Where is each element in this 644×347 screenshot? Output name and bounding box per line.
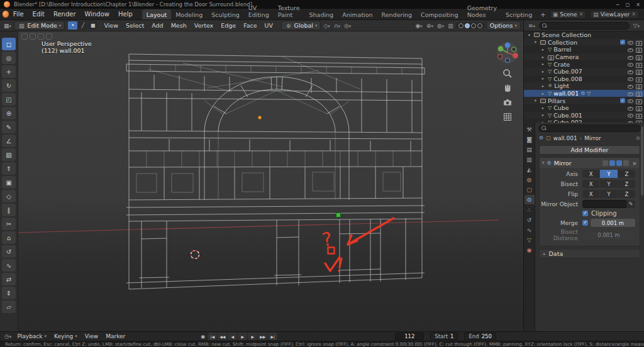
bevel-tool[interactable]: ◇: [2, 190, 16, 202]
solid-shading-button[interactable]: [465, 23, 470, 28]
smooth-tool[interactable]: ∿: [2, 259, 16, 272]
render-visibility-toggle[interactable]: [636, 69, 641, 74]
add-cube-tool[interactable]: ▧: [2, 148, 16, 161]
expand-icon[interactable]: ▸: [540, 84, 546, 89]
workspace-tab-rendering[interactable]: Rendering: [377, 9, 417, 19]
minimize-button[interactable]: ─: [616, 2, 619, 8]
spin-tool[interactable]: ↺: [2, 245, 16, 258]
hide-eye-toggle[interactable]: [628, 69, 633, 74]
render-visibility-toggle[interactable]: [636, 47, 641, 52]
outliner-row-crate[interactable]: ▸ ▽ Crate: [524, 60, 644, 68]
flip-x-toggle[interactable]: X: [582, 190, 599, 198]
outliner-row-barrel[interactable]: ▸ ▽ Barrel: [524, 46, 644, 53]
add-workspace-button[interactable]: +: [536, 10, 549, 19]
hide-eye-toggle[interactable]: [628, 84, 633, 89]
modifier-panel-header[interactable]: ▾ ⚙ Mirror ×: [540, 158, 640, 168]
shrink-fatten-tool[interactable]: ⇕: [2, 287, 16, 299]
render-visibility-toggle[interactable]: [636, 98, 641, 103]
play-button[interactable]: ▶: [238, 333, 247, 340]
menu-mesh[interactable]: Mesh: [168, 21, 190, 30]
loop-cut-tool[interactable]: ∥: [2, 204, 16, 216]
current-frame-field[interactable]: 112: [395, 333, 424, 340]
menu-edge[interactable]: Edge: [218, 21, 239, 30]
camera-view-button[interactable]: [502, 97, 513, 107]
playback-menu[interactable]: Playback▾: [14, 333, 50, 340]
render-visibility-toggle[interactable]: [636, 84, 641, 89]
wireframe-shading-button[interactable]: [458, 23, 464, 28]
expand-icon[interactable]: ▸: [540, 55, 546, 60]
editor-type-icon[interactable]: ▦▾: [3, 23, 13, 29]
pivot-point-dropdown[interactable]: ◇▾: [322, 23, 331, 29]
scene-selector[interactable]: ▣ Scene ×: [550, 10, 587, 19]
workspace-tab-sculpting[interactable]: Sculpting: [207, 9, 243, 19]
viewport-3d[interactable]: ? User Perspective (112) wall.001: [18, 31, 523, 331]
expand-icon[interactable]: ▸: [540, 69, 546, 74]
menu-uv[interactable]: UV: [262, 21, 276, 30]
expand-icon[interactable]: ▸: [540, 106, 546, 111]
tool-option-icon[interactable]: [38, 33, 44, 40]
edge-select-button[interactable]: ╱: [78, 21, 87, 30]
menu-add[interactable]: Add: [148, 21, 166, 30]
select-box-tool[interactable]: ◻: [2, 38, 16, 50]
prev-frame-button[interactable]: ◀: [228, 333, 237, 340]
render-visibility-toggle[interactable]: [636, 62, 641, 67]
orthographic-grid-button[interactable]: [502, 112, 513, 122]
outliner-row-wall-001[interactable]: ▸ ▽ wall.001 ⚙ ▽: [524, 90, 644, 97]
orientation-dropdown[interactable]: ⊕ Global ▾: [281, 21, 321, 30]
move-tool[interactable]: +: [2, 65, 16, 78]
tool-option-icon[interactable]: [21, 33, 28, 40]
material-properties-tab[interactable]: ◉: [525, 245, 535, 255]
frame-end-field[interactable]: End 250: [464, 333, 496, 340]
render-properties-tab[interactable]: ◙: [525, 135, 535, 144]
cursor-tool[interactable]: ◎: [2, 52, 16, 64]
poly-build-tool[interactable]: ⌂: [2, 231, 16, 244]
flip-y-toggle[interactable]: Y: [600, 190, 617, 198]
expand-icon[interactable]: ▸: [540, 62, 546, 67]
add-modifier-button[interactable]: Add Modifier: [539, 145, 640, 155]
axis-x-toggle[interactable]: X: [582, 170, 599, 178]
annotate-tool[interactable]: ✎: [2, 121, 16, 133]
hide-eye-toggle[interactable]: [628, 98, 633, 103]
merge-checkbox[interactable]: ✓: [582, 220, 588, 226]
modifier-name[interactable]: Mirror: [554, 160, 572, 167]
xray-toggle[interactable]: ▥: [447, 23, 455, 29]
breadcrumb-modifier[interactable]: Mirror: [584, 135, 601, 141]
menu-help[interactable]: Help: [114, 9, 137, 19]
data-subpanel[interactable]: ▸ Data: [539, 249, 640, 258]
snap-magnet-toggle[interactable]: ∩▾: [333, 23, 341, 29]
axis-z-toggle[interactable]: Z: [618, 170, 635, 178]
pan-hand-button[interactable]: [502, 83, 513, 93]
workspace-tab-animation[interactable]: Animation: [338, 9, 377, 19]
render-visibility-toggle[interactable]: [636, 113, 641, 118]
face-select-button[interactable]: ■: [88, 21, 97, 30]
outliner-row-cube-001[interactable]: ▸ ▽ Cube.001: [524, 112, 644, 119]
object-data-properties-tab[interactable]: ▽: [525, 235, 535, 245]
expand-icon[interactable]: ▸: [540, 76, 546, 81]
remove-viewlayer-icon[interactable]: ×: [631, 11, 636, 17]
scene-properties-tab[interactable]: ◭: [525, 165, 535, 174]
menu-render[interactable]: Render: [49, 9, 80, 19]
hide-eye-toggle[interactable]: [628, 76, 633, 81]
expand-icon[interactable]: ▾: [533, 40, 538, 45]
show-in-editmode-toggle[interactable]: [609, 160, 615, 166]
bisect-x-toggle[interactable]: X: [582, 180, 599, 188]
particles-properties-tab[interactable]: ∴: [525, 205, 535, 214]
rendered-shading-button[interactable]: [477, 23, 482, 28]
output-properties-tab[interactable]: ▤: [525, 145, 535, 154]
show-in-viewport-toggle[interactable]: [616, 160, 622, 166]
outliner-row-cube-007[interactable]: ▸ ▽ Cube.007: [524, 68, 644, 75]
menu-face[interactable]: Face: [240, 21, 260, 30]
close-button[interactable]: ×: [636, 2, 640, 8]
visibility-dropdown[interactable]: ◉▾: [414, 23, 424, 29]
workspace-tab-shading[interactable]: Shading: [305, 9, 338, 19]
hide-eye-toggle[interactable]: [628, 91, 633, 96]
flip-z-toggle[interactable]: Z: [618, 190, 635, 198]
scale-tool[interactable]: ◰: [2, 93, 16, 106]
menu-view[interactable]: View: [101, 21, 121, 30]
outliner-row-cube-008[interactable]: ▸ ▽ Cube.008: [524, 75, 644, 83]
menu-file[interactable]: File: [9, 9, 28, 19]
expand-icon[interactable]: ▾: [526, 33, 532, 38]
axis-y-toggle[interactable]: Y: [600, 170, 617, 178]
extrude-region-tool[interactable]: ⇑: [2, 162, 16, 175]
world-properties-tab[interactable]: ◍: [525, 175, 535, 184]
